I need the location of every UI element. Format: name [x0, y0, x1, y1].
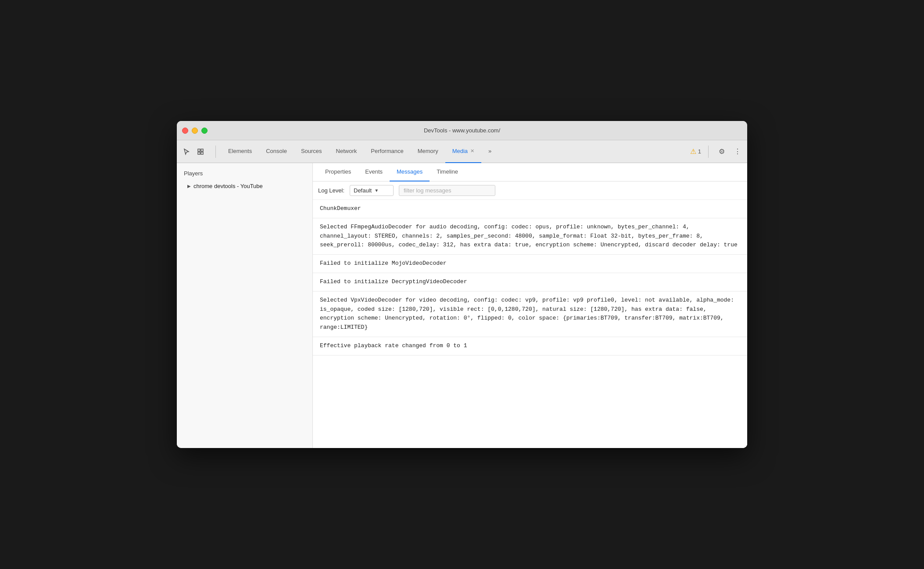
tab-network[interactable]: Network — [329, 140, 364, 163]
tab-elements[interactable]: Elements — [221, 140, 259, 163]
devtools-window: DevTools - www.youtube.com/ — [177, 121, 747, 448]
tab-performance[interactable]: Performance — [364, 140, 410, 163]
list-item: Effective playback rate changed from 0 t… — [313, 337, 747, 356]
list-item: Failed to initialize DecryptingVideoDeco… — [313, 273, 747, 292]
messages-list: ChunkDemuxer Selected FFmpegAudioDecoder… — [313, 200, 747, 448]
log-controls: Log Level: Default ▼ — [313, 181, 747, 200]
sidebar-item-youtube[interactable]: ▶ chrome devtools - YouTube — [177, 180, 312, 192]
list-item: ChunkDemuxer — [313, 200, 747, 218]
sub-tab-events[interactable]: Events — [358, 163, 390, 181]
svg-rect-0 — [198, 149, 200, 151]
warning-badge[interactable]: ⚠ 1 — [690, 147, 701, 156]
svg-rect-1 — [201, 149, 203, 151]
traffic-lights — [182, 128, 208, 134]
tab-close-icon[interactable]: ✕ — [470, 149, 474, 153]
toolbar-right: ⚠ 1 ⚙ ⋮ — [690, 146, 744, 158]
list-item: Selected VpxVideoDecoder for video decod… — [313, 292, 747, 337]
warning-icon: ⚠ — [690, 147, 696, 156]
close-button[interactable] — [182, 128, 188, 134]
svg-rect-2 — [198, 152, 200, 154]
sub-tab-messages[interactable]: Messages — [390, 163, 430, 181]
panel: Properties Events Messages Timeline Log … — [313, 163, 747, 448]
sidebar-arrow-icon: ▶ — [187, 184, 191, 188]
list-item: Failed to initialize MojoVideoDecoder — [313, 255, 747, 273]
tab-console[interactable]: Console — [259, 140, 294, 163]
toolbar-icons — [180, 146, 207, 158]
more-button[interactable]: ⋮ — [731, 146, 744, 158]
window-title: DevTools - www.youtube.com/ — [424, 127, 500, 134]
sidebar-title: Players — [177, 168, 312, 180]
tab-memory[interactable]: Memory — [411, 140, 445, 163]
maximize-button[interactable] — [201, 128, 208, 134]
minimize-button[interactable] — [192, 128, 198, 134]
settings-button[interactable]: ⚙ — [716, 146, 728, 158]
inspect-icon-btn[interactable] — [194, 146, 207, 158]
cursor-icon-btn[interactable] — [180, 146, 193, 158]
main-content: Players ▶ chrome devtools - YouTube Prop… — [177, 163, 747, 448]
tab-more[interactable]: » — [481, 140, 498, 163]
toolbar: Elements Console Sources Network Perform… — [177, 140, 747, 163]
filter-input[interactable] — [399, 185, 495, 196]
select-arrow-icon: ▼ — [374, 188, 379, 193]
toolbar-tabs: Elements Console Sources Network Perform… — [221, 140, 688, 163]
log-level-select[interactable]: Default ▼ — [350, 185, 394, 196]
toolbar-divider — [215, 146, 216, 158]
svg-rect-3 — [201, 152, 203, 154]
toolbar-right-divider — [708, 146, 709, 158]
sub-tab-properties[interactable]: Properties — [318, 163, 358, 181]
tab-sources[interactable]: Sources — [294, 140, 329, 163]
sub-tab-timeline[interactable]: Timeline — [430, 163, 465, 181]
title-bar: DevTools - www.youtube.com/ — [177, 121, 747, 140]
list-item: Selected FFmpegAudioDecoder for audio de… — [313, 218, 747, 255]
sub-tabs: Properties Events Messages Timeline — [313, 163, 747, 181]
tab-media[interactable]: Media ✕ — [445, 140, 481, 163]
sidebar: Players ▶ chrome devtools - YouTube — [177, 163, 313, 448]
log-level-label: Log Level: — [318, 187, 344, 194]
